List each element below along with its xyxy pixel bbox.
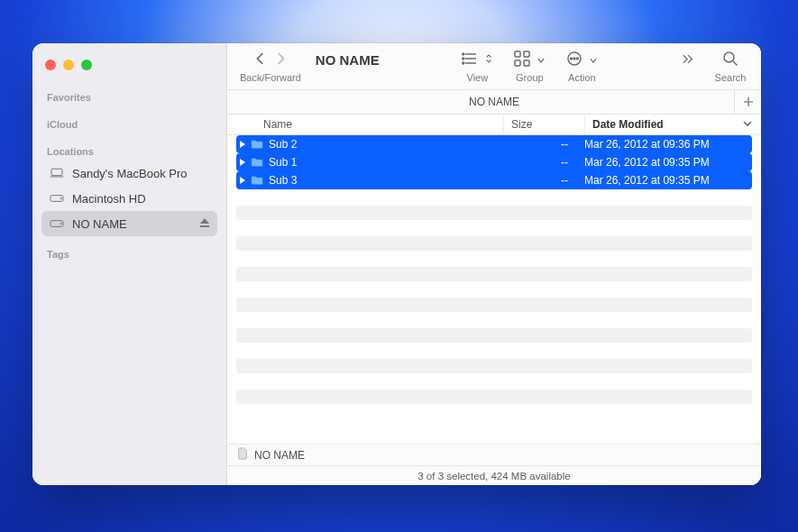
tab-bar: NO NAME [227,90,761,114]
chevron-right-icon [274,52,287,68]
minimize-window-button[interactable] [63,60,74,70]
view-label: View [467,72,489,83]
sidebar-heading-tags: Tags [41,236,217,263]
toolbar: Back/Forward NO NAME View Group [227,43,761,90]
close-window-button[interactable] [45,60,56,70]
column-header-size[interactable]: Size [503,115,584,134]
svg-rect-11 [515,60,520,66]
search-label: Search [715,72,747,83]
row-placeholder [236,206,752,220]
svg-rect-5 [200,225,209,227]
svg-point-14 [571,58,573,60]
window-title: NO NAME [310,52,387,80]
laptop-icon [49,167,65,179]
action-circle-icon [566,50,582,69]
svg-rect-10 [524,51,529,57]
chevron-down-icon [743,118,752,131]
grid-icon [514,50,530,69]
status-text: 3 of 3 selected, 424 MB available [417,471,570,482]
row-size: -- [498,174,579,187]
row-size: -- [498,156,579,169]
main-pane: Back/Forward NO NAME View Group [227,43,761,485]
chevron-up-down-icon [485,53,492,67]
chevron-down-icon [537,53,545,67]
sidebar: Favorites iCloud Locations Sandy's MacBo… [32,43,227,485]
sidebar-item-macintosh-hd[interactable]: Macintosh HD [41,186,217,211]
row-date: Mar 26, 2012 at 09:35 PM [579,156,752,169]
svg-point-8 [463,62,464,64]
disk-icon [49,192,65,205]
eject-icon[interactable] [199,217,210,231]
chevron-down-icon [590,53,597,67]
sidebar-item-label: NO NAME [72,217,127,231]
search-icon [722,50,738,69]
svg-point-16 [577,58,579,60]
row-date: Mar 26, 2012 at 09:35 PM [579,174,752,187]
row-placeholder [236,236,752,251]
svg-point-4 [60,223,61,224]
folder-icon [249,175,265,186]
chevron-left-icon [254,52,267,68]
chevrons-right-icon [682,53,694,67]
sd-card-icon [236,447,249,463]
tab-title[interactable]: NO NAME [469,96,519,108]
sidebar-heading-locations: Locations [41,133,217,161]
sidebar-heading-icloud: iCloud [41,106,217,133]
folder-icon [249,139,265,150]
sidebar-heading-favorites: Favorites [41,87,217,106]
row-placeholder [236,328,752,343]
row-placeholder [236,390,752,404]
disclosure-triangle-icon[interactable] [236,141,249,148]
svg-rect-0 [51,169,62,175]
action-button[interactable]: Action [560,50,603,83]
sidebar-item-no-name[interactable]: NO NAME [41,211,217,236]
search-button[interactable]: Search [712,50,748,83]
row-placeholder [236,267,752,281]
file-list[interactable]: Sub 2--Mar 26, 2012 at 09:36 PMSub 1--Ma… [227,135,761,444]
svg-point-7 [463,58,464,60]
disk-icon [49,217,65,230]
row-date: Mar 26, 2012 at 09:36 PM [579,138,752,151]
row-name: Sub 1 [265,156,498,169]
group-label: Group [516,72,544,83]
zoom-window-button[interactable] [81,60,92,70]
svg-point-6 [463,53,464,55]
column-header-date-modified[interactable]: Date Modified [584,115,761,134]
window-traffic-lights [41,58,217,87]
row-placeholder [236,298,752,312]
svg-point-15 [573,58,575,60]
finder-window: Favorites iCloud Locations Sandy's MacBo… [32,43,761,485]
status-bar: 3 of 3 selected, 424 MB available [227,465,761,485]
svg-point-2 [60,197,61,198]
row-placeholder [236,359,752,373]
view-button[interactable]: View [455,50,499,83]
new-tab-button[interactable] [734,90,761,114]
row-size: -- [498,138,579,151]
svg-point-17 [724,52,734,62]
overflow-button[interactable] [673,50,703,83]
table-row[interactable]: Sub 3--Mar 26, 2012 at 09:35 PM [236,171,752,189]
action-label: Action [568,72,596,83]
sidebar-item-label: Macintosh HD [72,192,146,206]
path-bar-label: NO NAME [254,449,305,462]
path-bar[interactable]: NO NAME [227,444,761,465]
back-forward-buttons[interactable]: Back/Forward [240,50,301,83]
row-name: Sub 3 [265,174,498,187]
table-row[interactable]: Sub 2--Mar 26, 2012 at 09:36 PM [236,135,752,153]
sidebar-item-macbook[interactable]: Sandy's MacBook Pro [41,161,217,186]
group-button[interactable]: Group [508,50,551,83]
column-header-row: Name Size Date Modified [227,114,761,135]
disclosure-triangle-icon[interactable] [236,177,249,184]
disclosure-triangle-icon[interactable] [236,159,249,166]
row-name: Sub 2 [265,138,498,151]
column-header-name[interactable]: Name [227,115,503,134]
folder-icon [249,157,265,168]
svg-rect-9 [515,51,520,57]
list-view-icon [462,50,478,69]
back-forward-label: Back/Forward [240,72,301,83]
sidebar-item-label: Sandy's MacBook Pro [72,167,188,180]
table-row[interactable]: Sub 1--Mar 26, 2012 at 09:35 PM [236,153,752,171]
svg-rect-12 [524,60,529,66]
